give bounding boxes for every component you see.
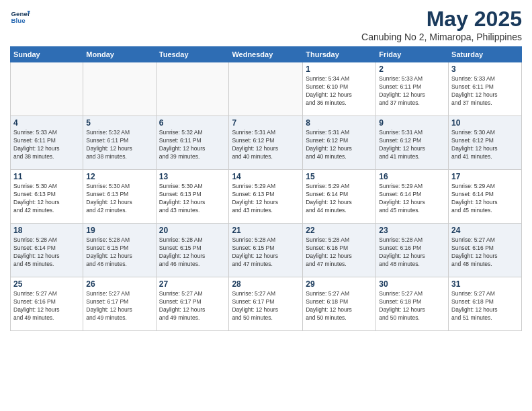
- calendar-cell-r0-c6: 3Sunrise: 5:33 AM Sunset: 6:11 PM Daylig…: [449, 62, 522, 116]
- day-info: Sunrise: 5:33 AM Sunset: 6:11 PM Dayligh…: [13, 129, 80, 161]
- header-friday: Friday: [376, 47, 449, 62]
- day-number: 26: [86, 279, 152, 289]
- calendar-row-4: 25Sunrise: 5:27 AM Sunset: 6:16 PM Dayli…: [11, 277, 522, 331]
- calendar-cell-r1-c2: 6Sunrise: 5:32 AM Sunset: 6:11 PM Daylig…: [156, 116, 229, 170]
- calendar-cell-r1-c3: 7Sunrise: 5:31 AM Sunset: 6:12 PM Daylig…: [229, 116, 303, 170]
- calendar-cell-r0-c1: [83, 62, 156, 116]
- day-number: 29: [306, 279, 373, 289]
- day-number: 15: [306, 172, 373, 181]
- day-number: 1: [306, 64, 373, 74]
- calendar-cell-r3-c0: 18Sunrise: 5:28 AM Sunset: 6:14 PM Dayli…: [11, 224, 83, 277]
- calendar-row-1: 4Sunrise: 5:33 AM Sunset: 6:11 PM Daylig…: [11, 116, 522, 170]
- calendar-cell-r2-c3: 14Sunrise: 5:29 AM Sunset: 6:13 PM Dayli…: [229, 170, 303, 224]
- day-number: 13: [159, 172, 226, 181]
- day-number: 16: [379, 172, 445, 181]
- day-number: 8: [306, 118, 373, 128]
- title-section: May 2025 Canubing No 2, Mimaropa, Philip…: [361, 7, 522, 42]
- day-info: Sunrise: 5:34 AM Sunset: 6:10 PM Dayligh…: [306, 75, 373, 107]
- day-number: 4: [13, 118, 80, 128]
- day-info: Sunrise: 5:32 AM Sunset: 6:11 PM Dayligh…: [159, 129, 226, 161]
- calendar-row-2: 11Sunrise: 5:30 AM Sunset: 6:13 PM Dayli…: [11, 170, 522, 224]
- day-info: Sunrise: 5:28 AM Sunset: 6:16 PM Dayligh…: [379, 236, 445, 269]
- day-number: 25: [13, 279, 80, 289]
- day-number: 5: [86, 118, 152, 128]
- header-thursday: Thursday: [303, 47, 376, 62]
- day-number: 6: [159, 118, 226, 128]
- calendar-cell-r2-c6: 17Sunrise: 5:29 AM Sunset: 6:14 PM Dayli…: [449, 170, 522, 224]
- calendar-cell-r1-c0: 4Sunrise: 5:33 AM Sunset: 6:11 PM Daylig…: [11, 116, 83, 170]
- day-number: 9: [379, 118, 445, 128]
- header-sunday: Sunday: [11, 47, 83, 62]
- day-number: 17: [451, 172, 519, 181]
- calendar-cell-r1-c1: 5Sunrise: 5:32 AM Sunset: 6:11 PM Daylig…: [83, 116, 156, 170]
- day-number: 30: [379, 279, 445, 289]
- calendar-row-0: 1Sunrise: 5:34 AM Sunset: 6:10 PM Daylig…: [11, 62, 522, 116]
- day-info: Sunrise: 5:28 AM Sunset: 6:15 PM Dayligh…: [159, 236, 226, 269]
- day-number: 2: [379, 64, 445, 74]
- day-number: 12: [86, 172, 152, 181]
- calendar-row-3: 18Sunrise: 5:28 AM Sunset: 6:14 PM Dayli…: [11, 224, 522, 277]
- calendar-cell-r4-c4: 29Sunrise: 5:27 AM Sunset: 6:18 PM Dayli…: [303, 277, 376, 331]
- day-number: 10: [451, 118, 519, 128]
- day-number: 28: [232, 279, 300, 289]
- day-number: 23: [379, 226, 445, 235]
- day-info: Sunrise: 5:28 AM Sunset: 6:16 PM Dayligh…: [306, 236, 373, 269]
- day-info: Sunrise: 5:30 AM Sunset: 6:13 PM Dayligh…: [86, 183, 152, 215]
- page: General Blue May 2025 Canubing No 2, Mim…: [0, 0, 532, 411]
- header-saturday: Saturday: [449, 47, 522, 62]
- day-number: 7: [232, 118, 300, 128]
- day-number: 11: [13, 172, 80, 181]
- day-info: Sunrise: 5:27 AM Sunset: 6:18 PM Dayligh…: [451, 290, 519, 322]
- calendar-cell-r0-c0: [11, 62, 83, 116]
- header-monday: Monday: [83, 47, 156, 62]
- day-info: Sunrise: 5:33 AM Sunset: 6:11 PM Dayligh…: [379, 75, 445, 107]
- day-info: Sunrise: 5:27 AM Sunset: 6:17 PM Dayligh…: [86, 290, 152, 322]
- calendar-cell-r3-c1: 19Sunrise: 5:28 AM Sunset: 6:15 PM Dayli…: [83, 224, 156, 277]
- calendar-cell-r3-c5: 23Sunrise: 5:28 AM Sunset: 6:16 PM Dayli…: [376, 224, 449, 277]
- day-number: 18: [13, 226, 80, 235]
- calendar-cell-r1-c6: 10Sunrise: 5:30 AM Sunset: 6:12 PM Dayli…: [449, 116, 522, 170]
- svg-text:Blue: Blue: [11, 17, 26, 24]
- day-number: 20: [159, 226, 226, 235]
- calendar: Sunday Monday Tuesday Wednesday Thursday…: [10, 46, 522, 331]
- day-info: Sunrise: 5:33 AM Sunset: 6:11 PM Dayligh…: [451, 75, 519, 107]
- day-info: Sunrise: 5:29 AM Sunset: 6:13 PM Dayligh…: [232, 183, 300, 215]
- calendar-cell-r3-c4: 22Sunrise: 5:28 AM Sunset: 6:16 PM Dayli…: [303, 224, 376, 277]
- day-info: Sunrise: 5:27 AM Sunset: 6:16 PM Dayligh…: [451, 236, 519, 269]
- calendar-cell-r4-c6: 31Sunrise: 5:27 AM Sunset: 6:18 PM Dayli…: [449, 277, 522, 331]
- calendar-cell-r2-c1: 12Sunrise: 5:30 AM Sunset: 6:13 PM Dayli…: [83, 170, 156, 224]
- day-info: Sunrise: 5:31 AM Sunset: 6:12 PM Dayligh…: [232, 129, 300, 161]
- calendar-cell-r0-c5: 2Sunrise: 5:33 AM Sunset: 6:11 PM Daylig…: [376, 62, 449, 116]
- day-number: 14: [232, 172, 300, 181]
- day-info: Sunrise: 5:29 AM Sunset: 6:14 PM Dayligh…: [451, 183, 519, 215]
- day-info: Sunrise: 5:29 AM Sunset: 6:14 PM Dayligh…: [306, 183, 373, 215]
- calendar-cell-r3-c6: 24Sunrise: 5:27 AM Sunset: 6:16 PM Dayli…: [449, 224, 522, 277]
- day-number: 21: [232, 226, 300, 235]
- day-info: Sunrise: 5:28 AM Sunset: 6:15 PM Dayligh…: [232, 236, 300, 269]
- day-info: Sunrise: 5:27 AM Sunset: 6:17 PM Dayligh…: [159, 290, 226, 322]
- day-info: Sunrise: 5:28 AM Sunset: 6:15 PM Dayligh…: [86, 236, 152, 269]
- day-number: 27: [159, 279, 226, 289]
- day-info: Sunrise: 5:30 AM Sunset: 6:12 PM Dayligh…: [451, 129, 519, 161]
- calendar-cell-r4-c0: 25Sunrise: 5:27 AM Sunset: 6:16 PM Dayli…: [11, 277, 83, 331]
- calendar-cell-r3-c3: 21Sunrise: 5:28 AM Sunset: 6:15 PM Dayli…: [229, 224, 303, 277]
- logo: General Blue: [10, 7, 32, 27]
- calendar-cell-r1-c5: 9Sunrise: 5:31 AM Sunset: 6:12 PM Daylig…: [376, 116, 449, 170]
- main-title: May 2025: [361, 7, 522, 32]
- calendar-cell-r4-c2: 27Sunrise: 5:27 AM Sunset: 6:17 PM Dayli…: [156, 277, 229, 331]
- header-wednesday: Wednesday: [229, 47, 303, 62]
- calendar-cell-r2-c0: 11Sunrise: 5:30 AM Sunset: 6:13 PM Dayli…: [11, 170, 83, 224]
- weekday-header-row: Sunday Monday Tuesday Wednesday Thursday…: [11, 47, 522, 62]
- day-info: Sunrise: 5:27 AM Sunset: 6:16 PM Dayligh…: [13, 290, 80, 322]
- day-number: 31: [451, 279, 519, 289]
- day-info: Sunrise: 5:29 AM Sunset: 6:14 PM Dayligh…: [379, 183, 445, 215]
- day-number: 22: [306, 226, 373, 235]
- calendar-cell-r1-c4: 8Sunrise: 5:31 AM Sunset: 6:12 PM Daylig…: [303, 116, 376, 170]
- calendar-cell-r4-c5: 30Sunrise: 5:27 AM Sunset: 6:18 PM Dayli…: [376, 277, 449, 331]
- day-info: Sunrise: 5:27 AM Sunset: 6:18 PM Dayligh…: [306, 290, 373, 322]
- calendar-cell-r2-c5: 16Sunrise: 5:29 AM Sunset: 6:14 PM Dayli…: [376, 170, 449, 224]
- day-info: Sunrise: 5:27 AM Sunset: 6:18 PM Dayligh…: [379, 290, 445, 322]
- day-info: Sunrise: 5:31 AM Sunset: 6:12 PM Dayligh…: [379, 129, 445, 161]
- logo-icon: General Blue: [10, 7, 30, 27]
- header: General Blue May 2025 Canubing No 2, Mim…: [10, 7, 522, 42]
